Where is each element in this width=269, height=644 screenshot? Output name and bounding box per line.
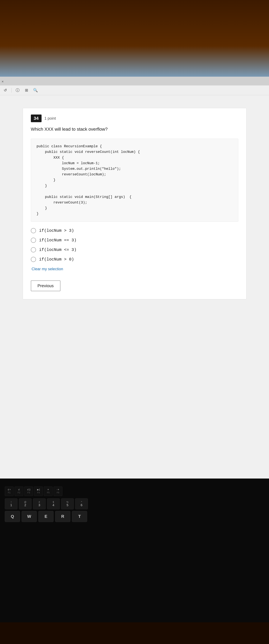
reload-icon[interactable]: ↺ xyxy=(3,87,8,93)
fn-key-brightness[interactable]: ☀ F5 xyxy=(44,486,53,496)
key-2[interactable]: @ 2 xyxy=(19,498,32,509)
option-d-text: if(locNum > 0) xyxy=(39,257,74,262)
fn-key-vol-up[interactable]: ⊄)) F3 xyxy=(24,486,33,496)
option-a[interactable]: if(locNum > 3) xyxy=(31,228,238,233)
keyboard-area: ⊄× F1 ⊄ F2 ⊄)) F3 ▶|| F4 ☀ F5 -☀ F6 ! 1 xyxy=(0,478,269,622)
browser-toolbar: ↺ ⓘ ⊞ 🔍 xyxy=(0,86,269,95)
toolbar-separator-1 xyxy=(11,88,12,93)
option-a-text: if(locNum > 3) xyxy=(39,228,74,233)
radio-b[interactable] xyxy=(31,238,36,243)
search-icon[interactable]: 🔍 xyxy=(33,87,38,93)
option-c[interactable]: if(locNum <= 3) xyxy=(31,247,238,252)
key-t[interactable]: T xyxy=(72,511,87,522)
clear-selection-link[interactable]: Clear my selection xyxy=(32,267,63,271)
fn-key-mute[interactable]: ⊄× F1 xyxy=(5,486,14,496)
question-card: 34 1 point Which XXX will lead to stack … xyxy=(23,108,246,299)
key-e[interactable]: E xyxy=(38,511,54,522)
question-header: 34 1 point xyxy=(31,114,238,122)
option-b-text: if(locNum == 3) xyxy=(39,238,77,242)
question-text: Which XXX will lead to stack overflow? xyxy=(31,126,238,132)
option-d[interactable]: if(locNum > 0) xyxy=(31,257,238,262)
key-6[interactable]: ^ 6 xyxy=(75,498,88,509)
top-dark-area xyxy=(0,0,269,77)
tab-close-button[interactable]: × xyxy=(2,80,4,84)
key-q[interactable]: Q xyxy=(5,511,20,522)
radio-c[interactable] xyxy=(31,247,36,252)
info-icon[interactable]: ⓘ xyxy=(15,87,21,93)
option-b[interactable]: if(locNum == 3) xyxy=(31,238,238,243)
browser-chrome: × ↺ ⓘ ⊞ 🔍 xyxy=(0,77,269,95)
question-points: 1 point xyxy=(45,116,56,120)
fn-key-vol-down[interactable]: ⊄ F2 xyxy=(15,486,23,496)
key-1[interactable]: ! 1 xyxy=(5,498,18,509)
fn-key-play[interactable]: ▶|| F4 xyxy=(34,486,43,496)
key-r[interactable]: R xyxy=(55,511,70,522)
bookmark-icon[interactable]: ⊞ xyxy=(24,87,30,93)
code-block: public class RecursionExample { public s… xyxy=(31,139,238,222)
key-5[interactable]: % 5 xyxy=(61,498,74,509)
number-row: ! 1 @ 2 # 3 $ 4 % 5 ^ 6 xyxy=(3,498,266,509)
previous-button[interactable]: Previous xyxy=(31,280,60,291)
radio-a[interactable] xyxy=(31,228,36,233)
fn-row: ⊄× F1 ⊄ F2 ⊄)) F3 ▶|| F4 ☀ F5 -☀ F6 xyxy=(3,486,266,496)
fn-key-brightness-down[interactable]: -☀ F6 xyxy=(54,486,62,496)
key-3[interactable]: # 3 xyxy=(33,498,46,509)
radio-d[interactable] xyxy=(31,257,36,262)
qwerty-row: Q W E R T xyxy=(3,511,266,522)
question-number: 34 xyxy=(31,114,42,122)
key-4[interactable]: $ 4 xyxy=(47,498,60,509)
option-c-text: if(locNum <= 3) xyxy=(39,248,77,252)
main-content: 34 1 point Which XXX will lead to stack … xyxy=(0,95,269,478)
key-w[interactable]: W xyxy=(22,511,37,522)
browser-tab-bar: × xyxy=(0,77,269,86)
answer-options: if(locNum > 3) if(locNum == 3) if(locNum… xyxy=(31,228,238,262)
